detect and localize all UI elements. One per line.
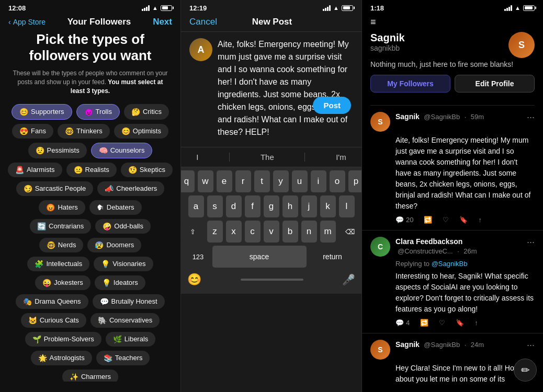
post-1-more[interactable]: ··· — [527, 112, 535, 123]
backspace-key[interactable]: ⌫ — [339, 221, 361, 243]
next-button[interactable]: Next — [153, 17, 172, 27]
key-n[interactable]: n — [301, 221, 317, 243]
pill-brutally-honest[interactable]: 💬Brutally Honest — [93, 294, 165, 309]
post-1-share[interactable]: ↑ — [478, 216, 482, 224]
autocomplete-item-1[interactable]: I — [196, 153, 198, 162]
key-y[interactable]: y — [273, 170, 289, 192]
pill-charmers[interactable]: ✨Charmers — [62, 370, 118, 382]
pill-curious-cats[interactable]: 🐱Curious Cats — [21, 313, 86, 328]
key-w[interactable]: w — [198, 170, 213, 192]
post-1-bookmark[interactable]: 🔖 — [459, 216, 468, 224]
pill-jokesters[interactable]: 😜Jokesters — [35, 275, 90, 290]
pill-label: Critics — [143, 108, 162, 116]
key-g[interactable]: g — [264, 195, 279, 217]
post-3-more[interactable]: ··· — [527, 340, 535, 351]
pill-pessimists[interactable]: 😟Pessimists — [28, 143, 87, 158]
key-v[interactable]: v — [264, 221, 279, 243]
key-m[interactable]: m — [320, 221, 336, 243]
autocomplete-item-3[interactable]: I'm — [336, 153, 346, 162]
key-r[interactable]: r — [235, 170, 251, 192]
key-e[interactable]: e — [217, 170, 232, 192]
key-h[interactable]: h — [282, 195, 298, 217]
key-f[interactable]: f — [245, 195, 261, 217]
post-3-header: S Sagnik @SagnikBb · 24m ··· — [370, 340, 535, 360]
post-2-retweet[interactable]: 🔁 — [420, 319, 428, 327]
post-2-share[interactable]: ↑ — [474, 319, 478, 327]
key-d[interactable]: d — [226, 195, 242, 217]
key-q[interactable]: q — [181, 170, 195, 192]
pill-cheerleaders[interactable]: 📣Cheerleaders — [97, 181, 164, 196]
pill-nerds[interactable]: 🤓Nerds — [39, 238, 84, 252]
post-2-more[interactable]: ··· — [527, 237, 535, 248]
post-2-bookmark[interactable]: 🔖 — [456, 319, 464, 327]
return-key[interactable]: return — [310, 246, 356, 268]
nav-title-1: Your Followers — [67, 17, 131, 27]
pill-fans[interactable]: 😍Fans — [12, 124, 53, 139]
key-c[interactable]: c — [245, 221, 261, 243]
pill-label: Problem-Solvers — [44, 335, 94, 343]
pill-supporters[interactable]: 😊Supporters — [12, 104, 72, 120]
post-1-retweet[interactable]: 🔁 — [424, 216, 432, 224]
back-to-app-store[interactable]: ‹ App Store — [8, 18, 46, 26]
key-k[interactable]: k — [320, 195, 336, 217]
pill-critics[interactable]: 🤔Critics — [124, 104, 169, 120]
key-l[interactable]: l — [339, 195, 355, 217]
pill-realists[interactable]: 😐Realists — [66, 163, 117, 177]
post-2-comment[interactable]: 💬 4 — [395, 319, 410, 327]
pill-astrologists[interactable]: 🌟Astrologists — [31, 351, 92, 365]
numbers-key[interactable]: 123 — [187, 246, 209, 268]
key-a[interactable]: a — [188, 195, 204, 217]
key-j[interactable]: j — [301, 195, 317, 217]
pill-visionaries[interactable]: 💡Visionaries — [94, 257, 153, 271]
menu-icon[interactable]: ≡ — [370, 17, 376, 28]
post-1-header: S Sagnik @SagnikBb · 59m ··· — [370, 112, 535, 132]
cancel-button[interactable]: Cancel — [189, 17, 217, 27]
pill-ideators[interactable]: 💡Ideators — [95, 275, 145, 290]
pill-emoji: 🌿 — [113, 335, 122, 343]
pill-optimists[interactable]: 😊Optimists — [114, 124, 168, 139]
pill-label: Supporters — [31, 108, 64, 116]
key-z[interactable]: z — [207, 221, 223, 243]
status-bar-2: 12:19 ▲ — [181, 0, 361, 15]
shift-key[interactable]: ⇧ — [182, 221, 204, 243]
pill-drama-queens[interactable]: 🎭Drama Queens — [16, 294, 88, 309]
post-1-like[interactable]: ♡ — [443, 216, 449, 224]
pill-odd-balls[interactable]: 🤪Odd-balls — [95, 219, 151, 234]
pill-debaters[interactable]: 🗣Debaters — [89, 200, 142, 215]
pill-intellectuals[interactable]: 🧩Intellectuals — [27, 257, 89, 271]
key-i[interactable]: i — [311, 170, 326, 192]
post-button[interactable]: Post — [313, 97, 351, 114]
pill-skeptics[interactable]: 🤨Skeptics — [121, 163, 173, 177]
pill-trolls[interactable]: 😈Trolls — [76, 104, 120, 120]
pill-conservatives[interactable]: 🐘Conservatives — [90, 313, 160, 328]
pill-sarcastic-people[interactable]: 😏Sarcastic People — [16, 181, 94, 196]
pill-haters[interactable]: 😡Haters — [39, 200, 85, 215]
compose-fab[interactable]: ✏ — [514, 359, 537, 382]
key-u[interactable]: u — [292, 170, 308, 192]
post-text[interactable]: Aite, folks! Emergency meeting! My mum j… — [218, 38, 353, 141]
pill-contrarians[interactable]: 🔄Contrarians — [30, 219, 91, 234]
key-s[interactable]: s — [207, 195, 223, 217]
status-icons-3: ▲ — [504, 5, 535, 11]
autocomplete-item-2[interactable]: The — [261, 153, 274, 162]
key-t[interactable]: t — [254, 170, 270, 192]
nav-bar-2: Cancel New Post — [181, 15, 361, 32]
key-o[interactable]: o — [330, 170, 345, 192]
pill-teachers[interactable]: 📚Teachers — [96, 351, 150, 365]
key-b[interactable]: b — [282, 221, 298, 243]
edit-profile-button[interactable]: Edit Profile — [455, 75, 535, 93]
pill-alarmists[interactable]: 🚨Alarmists — [8, 163, 62, 177]
post-1-comment[interactable]: 💬 20 — [395, 216, 413, 224]
pill-problem-solvers[interactable]: 🌱Problem-Solvers — [25, 332, 101, 347]
pill-counselors[interactable]: 🧠Counselors — [91, 143, 153, 158]
pill-doomers[interactable]: 😰Doomers — [87, 238, 141, 252]
post-2-like[interactable]: ♡ — [439, 319, 445, 327]
key-p[interactable]: p — [348, 170, 363, 192]
key-x[interactable]: x — [226, 221, 242, 243]
mic-key[interactable]: 🎤 — [342, 273, 355, 286]
space-key[interactable]: space — [212, 246, 307, 268]
pill-thinkers[interactable]: 🤓Thinkers — [58, 124, 110, 139]
my-followers-button[interactable]: My Followers — [370, 75, 450, 93]
pill-liberals[interactable]: 🌿Liberals — [106, 332, 156, 347]
emoji-key[interactable]: 😊 — [187, 273, 201, 286]
